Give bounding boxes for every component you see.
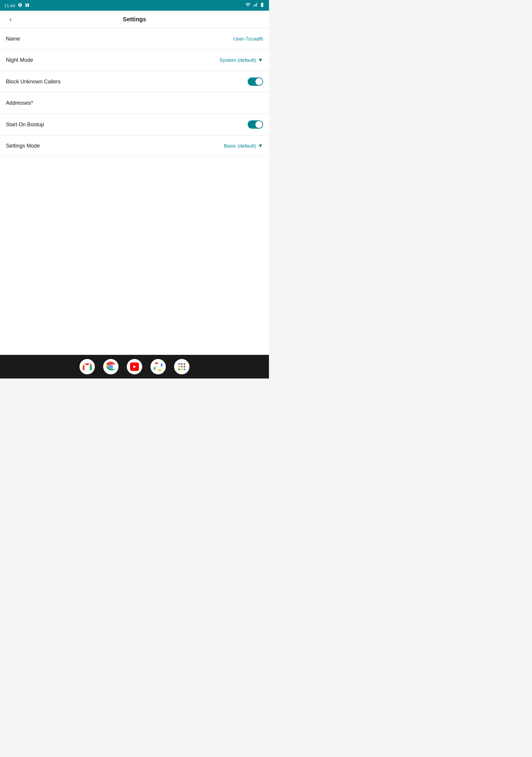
night-mode-label: Night Mode xyxy=(6,57,33,63)
chevron-down-icon: ▼ xyxy=(258,57,263,63)
svg-point-2 xyxy=(110,366,112,368)
svg-point-12 xyxy=(184,369,185,370)
night-mode-value[interactable]: System (default) ▼ xyxy=(219,57,263,63)
settings-mode-label: Settings Mode xyxy=(6,143,40,149)
status-bar: 11:44 xyxy=(0,0,269,11)
chrome-app-icon[interactable] xyxy=(103,359,119,374)
page-title: Settings xyxy=(16,16,252,23)
back-button[interactable]: ‹ xyxy=(5,14,16,25)
gmail-app-icon[interactable] xyxy=(79,359,95,374)
app-drawer-icon[interactable] xyxy=(174,359,190,374)
block-callers-toggle[interactable] xyxy=(248,77,263,86)
save-status-icon xyxy=(25,3,30,8)
signal-icon xyxy=(252,2,258,9)
settings-status-icon xyxy=(18,3,22,8)
battery-icon xyxy=(259,2,265,9)
status-bar-right xyxy=(245,2,265,9)
wifi-icon xyxy=(245,2,251,9)
settings-row-name[interactable]: Name User-7ccaaf6 xyxy=(0,28,269,50)
settings-row-block-callers[interactable]: Block Unknown Callers xyxy=(0,71,269,93)
back-arrow-icon: ‹ xyxy=(10,16,12,23)
name-label: Name xyxy=(6,36,20,42)
status-time: 11:44 xyxy=(4,3,15,8)
start-bootup-toggle[interactable] xyxy=(248,120,263,129)
settings-row-addresses[interactable]: Addresses* xyxy=(0,93,269,114)
settings-content: Name User-7ccaaf6 Night Mode System (def… xyxy=(0,28,269,355)
settings-mode-value[interactable]: Basic (default) ▼ xyxy=(224,143,263,149)
svg-point-8 xyxy=(181,366,183,368)
toggle-thumb xyxy=(255,78,262,85)
photos-app-icon[interactable] xyxy=(150,359,166,374)
app-bar: ‹ Settings xyxy=(0,11,269,28)
bottom-nav xyxy=(0,355,269,378)
settings-row-settings-mode[interactable]: Settings Mode Basic (default) ▼ xyxy=(0,136,269,157)
toggle-thumb-bootup xyxy=(255,121,262,128)
settings-row-night-mode[interactable]: Night Mode System (default) ▼ xyxy=(0,50,269,71)
svg-point-4 xyxy=(178,363,180,365)
svg-point-10 xyxy=(178,369,180,370)
start-bootup-label: Start On Bootup xyxy=(6,122,44,128)
addresses-label: Addresses* xyxy=(6,100,33,106)
svg-point-6 xyxy=(184,363,185,365)
svg-point-11 xyxy=(181,369,183,370)
youtube-app-icon[interactable] xyxy=(127,359,142,374)
block-callers-label: Block Unknown Callers xyxy=(6,79,61,85)
status-bar-left: 11:44 xyxy=(4,3,30,8)
chevron-down-icon-2: ▼ xyxy=(258,143,263,149)
svg-point-9 xyxy=(184,366,185,368)
settings-row-start-bootup[interactable]: Start On Bootup xyxy=(0,114,269,136)
name-value: User-7ccaaf6 xyxy=(233,36,263,42)
svg-point-5 xyxy=(181,363,183,365)
svg-point-7 xyxy=(178,366,180,368)
